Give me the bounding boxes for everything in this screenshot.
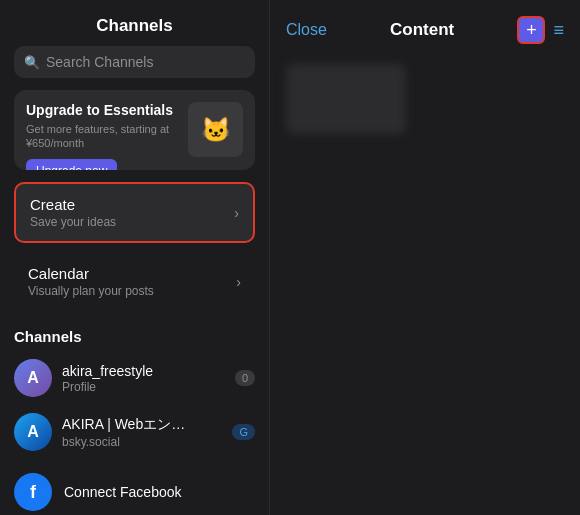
- calendar-item[interactable]: Calendar Visually plan your posts ›: [14, 253, 255, 310]
- connect-facebook-item[interactable]: f Connect Facebook: [0, 463, 269, 515]
- search-icon: 🔍: [24, 55, 40, 70]
- calendar-title: Calendar: [28, 265, 154, 282]
- channel-info: AKIRA | Webエン… bsky.social: [62, 416, 222, 449]
- calendar-subtitle: Visually plan your posts: [28, 284, 154, 298]
- calendar-chevron-icon: ›: [236, 274, 241, 290]
- connect-facebook-label: Connect Facebook: [64, 484, 182, 500]
- filter-icon[interactable]: ≡: [553, 20, 564, 41]
- avatar: A: [14, 359, 52, 397]
- right-panel-title: Content: [390, 20, 454, 40]
- channel-badge: G: [232, 424, 255, 440]
- create-subtitle: Save your ideas: [30, 215, 116, 229]
- upgrade-banner: Upgrade to Essentials Get more features,…: [14, 90, 255, 170]
- channel-name: akira_freestyle: [62, 363, 225, 379]
- left-panel: Channels 🔍 Search Channels Upgrade to Es…: [0, 0, 270, 515]
- right-panel: Close Content + ≡: [270, 0, 580, 515]
- facebook-icon: f: [14, 473, 52, 511]
- create-title: Create: [30, 196, 116, 213]
- right-content: [270, 54, 580, 515]
- close-button[interactable]: Close: [286, 21, 327, 39]
- channel-info: akira_freestyle Profile: [62, 363, 225, 394]
- channel-badge: 0: [235, 370, 255, 386]
- panel-title: Channels: [0, 0, 269, 46]
- right-header: Close Content + ≡: [270, 0, 580, 54]
- upgrade-now-button[interactable]: Upgrade now: [26, 159, 117, 170]
- channel-subtitle: Profile: [62, 380, 225, 394]
- search-placeholder: Search Channels: [46, 54, 153, 70]
- header-actions: + ≡: [517, 16, 564, 44]
- channel-item[interactable]: A AKIRA | Webエン… bsky.social G: [0, 405, 269, 459]
- add-content-button[interactable]: +: [517, 16, 545, 44]
- channel-name: AKIRA | Webエン…: [62, 416, 222, 434]
- search-bar[interactable]: 🔍 Search Channels: [14, 46, 255, 78]
- channels-section-label: Channels: [0, 318, 269, 351]
- upgrade-desc: Get more features, starting at ¥650/mont…: [26, 122, 180, 151]
- create-item-text: Create Save your ideas: [30, 196, 116, 229]
- calendar-item-text: Calendar Visually plan your posts: [28, 265, 154, 298]
- upgrade-title: Upgrade to Essentials: [26, 102, 180, 118]
- create-item[interactable]: Create Save your ideas ›: [14, 182, 255, 243]
- channel-item[interactable]: A akira_freestyle Profile 0: [0, 351, 269, 405]
- channel-subtitle: bsky.social: [62, 435, 222, 449]
- upgrade-illustration: 🐱: [188, 102, 243, 157]
- avatar: A: [14, 413, 52, 451]
- upgrade-text: Upgrade to Essentials Get more features,…: [26, 102, 180, 170]
- content-thumbnail: [286, 64, 406, 134]
- create-chevron-icon: ›: [234, 205, 239, 221]
